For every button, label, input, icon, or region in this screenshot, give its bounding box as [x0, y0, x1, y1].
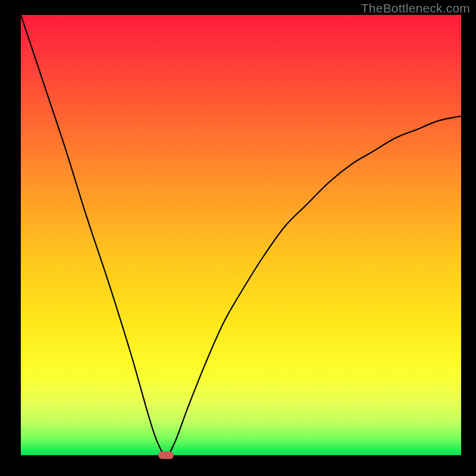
plot-area: [21, 15, 461, 455]
minimum-marker: [158, 452, 174, 459]
bottleneck-curve: [21, 15, 461, 455]
chart-frame: TheBottleneck.com: [0, 0, 476, 476]
watermark-text: TheBottleneck.com: [361, 1, 470, 15]
curve-layer: [21, 15, 461, 455]
